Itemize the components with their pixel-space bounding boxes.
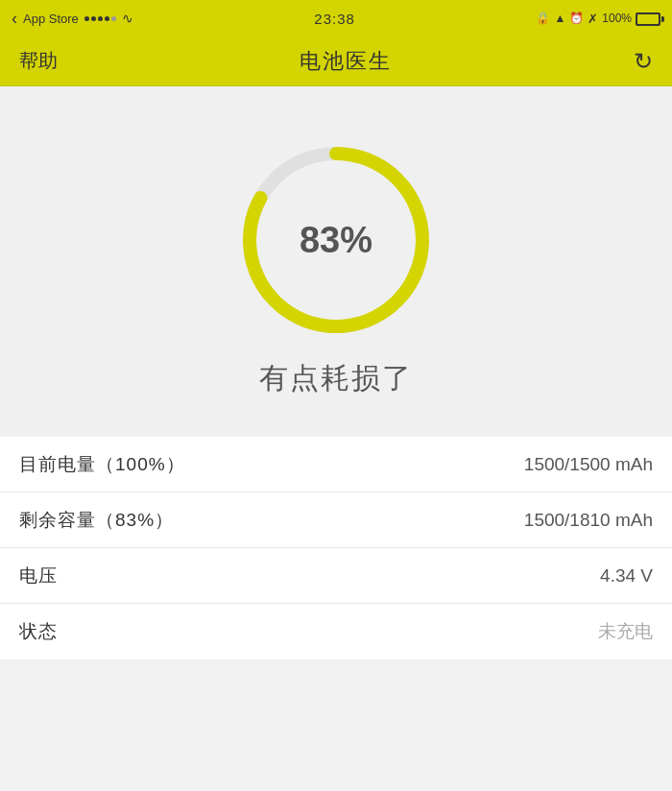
app-title: 电池医生	[300, 47, 392, 76]
main-content: 83% 有点耗损了	[0, 86, 672, 437]
current-charge-value: 1500/1500 mAh	[524, 454, 653, 475]
current-charge-label: 目前电量（100%）	[19, 452, 185, 477]
status-time: 23:38	[314, 11, 355, 27]
table-row: 状态 未充电	[0, 604, 672, 659]
remaining-capacity-value: 1500/1810 mAh	[524, 510, 653, 531]
refresh-button[interactable]: ↻	[634, 48, 653, 75]
battery-status-label: 有点耗损了	[259, 359, 413, 398]
info-table: 目前电量（100%） 1500/1500 mAh 剩余容量（83%） 1500/…	[0, 437, 672, 659]
location-icon: ▲	[554, 12, 565, 25]
bluetooth-icon: ✗	[588, 12, 598, 26]
alarm-icon: ⏰	[569, 12, 584, 25]
voltage-label: 电压	[19, 563, 58, 588]
wifi-icon: ∿	[122, 11, 133, 26]
carrier-label: App Store	[23, 12, 79, 26]
signal-dots	[84, 16, 116, 21]
voltage-value: 4.34 V	[600, 565, 653, 587]
table-row: 电压 4.34 V	[0, 548, 672, 604]
table-row: 剩余容量（83%） 1500/1810 mAh	[0, 492, 672, 548]
status-right: 🔒 ▲ ⏰ ✗ 100%	[536, 12, 660, 26]
status-bar: ‹ App Store ∿ 23:38 🔒 ▲ ⏰ ✗ 100%	[0, 0, 672, 36]
status-left: ‹ App Store ∿	[12, 9, 133, 29]
back-icon: ‹	[12, 9, 17, 29]
remaining-capacity-label: 剩余容量（83%）	[19, 508, 174, 533]
battery-percentage-label: 83%	[300, 220, 372, 261]
battery-circle: 83%	[240, 144, 432, 336]
lock-icon: 🔒	[536, 12, 550, 25]
battery-icon	[636, 12, 660, 26]
help-button[interactable]: 帮助	[19, 48, 58, 74]
nav-bar: 帮助 电池医生 ↻	[0, 36, 672, 86]
status-value: 未充电	[598, 619, 653, 644]
status-label: 状态	[19, 619, 58, 644]
table-row: 目前电量（100%） 1500/1500 mAh	[0, 437, 672, 492]
battery-label: 100%	[602, 12, 632, 25]
battery-circle-section: 83% 有点耗损了	[19, 115, 653, 418]
